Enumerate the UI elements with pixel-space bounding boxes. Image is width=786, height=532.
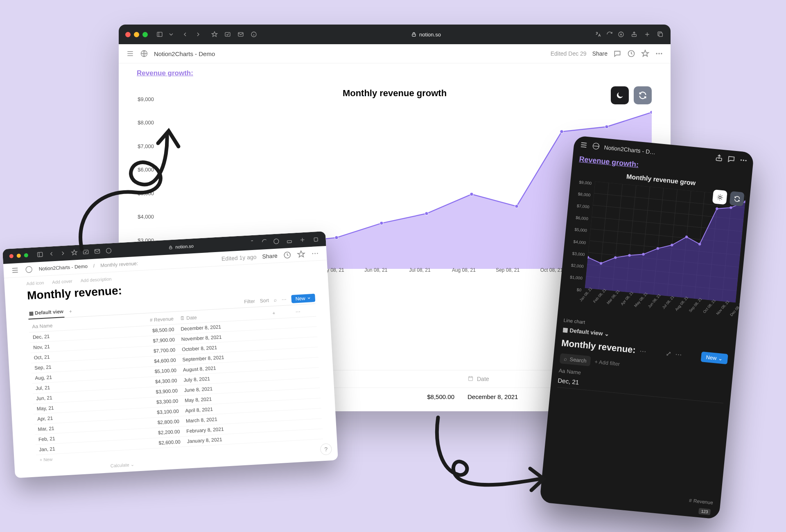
search-input[interactable]: ⌕ Search [560,353,591,366]
col-more-icon[interactable]: ⋯ [292,306,316,318]
sidebar-toggle-icon[interactable] [156,31,163,38]
tabs-icon[interactable] [657,31,664,38]
add-filter-button[interactable]: + Add filter [594,358,620,367]
svg-point-19 [425,212,428,215]
sort-button[interactable]: Sort [260,298,269,304]
breadcrumb-2[interactable]: Monthly revenue: [100,261,138,268]
menu-icon[interactable] [11,266,19,275]
number-format-pill[interactable]: 123 [698,508,711,515]
comment-icon[interactable] [727,154,736,165]
url-host: notion.so [419,32,441,38]
more-icon[interactable] [739,156,748,166]
close-icon[interactable] [9,254,14,259]
svg-rect-1 [225,32,230,36]
edited-label: Edited 1y ago [221,253,257,262]
share-icon[interactable] [714,153,723,164]
back-icon[interactable] [181,31,189,38]
page-crumb-link[interactable]: Revenue growth: [137,68,193,79]
mobile-db-title[interactable]: Monthly revenue: [561,338,636,355]
svg-point-40 [314,253,316,254]
svg-point-10 [656,53,657,54]
forward-icon[interactable] [194,31,202,38]
new-button[interactable]: New [291,294,315,303]
svg-rect-29 [37,252,43,257]
revenue-table: Aa Name # Revenue 🗓 Date + ⋯ Dec, 21$8,5… [29,306,323,455]
svg-rect-33 [169,247,172,248]
add-description-button[interactable]: Add description [80,276,111,283]
close-icon[interactable] [125,32,131,37]
share-icon[interactable] [285,237,293,244]
menu-icon[interactable] [579,140,588,151]
mobile-chart: $9,000$8,000$7,000$6,000$5,000$4,000$3,0… [560,177,748,332]
svg-point-41 [317,253,318,254]
menu-icon[interactable] [126,50,134,58]
mobile-window: Notion2Charts - D… Revenue growth: Month… [540,135,754,519]
chevron-down-icon[interactable] [167,31,175,38]
svg-point-34 [274,239,279,244]
info-icon[interactable] [105,247,113,255]
svg-point-20 [470,193,473,196]
calendar-icon [468,375,474,383]
chart-title: Monthly revenue growth [135,88,654,99]
mobile-title[interactable]: Notion2Charts - D… [604,144,656,156]
download-icon[interactable] [272,237,280,245]
svg-point-11 [658,53,660,54]
history-icon[interactable] [283,251,291,259]
history-icon[interactable] [627,50,635,58]
more-icon[interactable] [311,249,319,258]
checkbox-icon[interactable] [224,31,231,38]
theme-toggle-button[interactable] [712,189,727,205]
more-icon[interactable]: ⋯ [281,297,287,303]
share-button[interactable]: Share [592,50,608,57]
breadcrumb-1[interactable]: Notion2Charts - Demo [38,264,88,272]
new-row-button[interactable]: + New [39,457,52,462]
svg-rect-43 [716,158,722,161]
new-button[interactable]: New ⌄ [701,352,728,364]
address-bar[interactable]: notion.so [262,32,590,38]
info-icon[interactable] [250,31,257,38]
address-bar[interactable]: notion.so [116,241,246,253]
svg-point-47 [718,196,721,198]
tab-default-view[interactable]: ▦ Default view [28,306,65,320]
back-icon[interactable] [47,250,55,258]
more-icon[interactable] [655,50,663,58]
svg-point-45 [743,159,744,161]
add-icon-button[interactable]: Add icon [26,280,44,286]
download-icon[interactable] [617,31,625,38]
tabs-icon[interactable] [312,235,319,243]
col-revenue[interactable]: # Revenue [689,498,714,506]
add-column-icon[interactable]: + [269,307,292,319]
star-icon[interactable] [297,250,305,259]
reload-icon[interactable] [606,31,613,38]
maximize-icon[interactable] [24,253,29,258]
translate-icon[interactable] [249,239,257,246]
svg-point-22 [560,130,563,133]
bookmark-icon[interactable] [211,31,218,38]
mail-icon[interactable] [93,248,101,255]
share-button[interactable]: Share [262,252,278,260]
calculate-button[interactable]: Calculate [110,462,129,469]
minimize-icon[interactable] [17,254,21,258]
page-title[interactable]: Notion2Charts - Demo [154,50,215,57]
refresh-chart-button[interactable] [730,191,745,206]
mail-icon[interactable] [237,31,244,38]
add-view-icon[interactable]: + [69,309,72,314]
new-tab-icon[interactable] [298,236,306,244]
add-cover-button[interactable]: Add cover [52,279,72,285]
maximize-icon[interactable] [142,32,148,37]
forward-icon[interactable] [59,249,67,257]
checkbox-icon[interactable] [82,248,90,256]
star-icon[interactable] [641,50,649,58]
translate-icon[interactable] [594,31,602,38]
new-tab-icon[interactable] [644,31,651,38]
minimize-icon[interactable] [134,32,139,37]
expand-icon[interactable]: ⤢ [665,349,671,357]
sidebar-toggle-icon[interactable] [36,250,44,258]
reload-icon[interactable] [261,238,269,246]
svg-point-21 [515,205,518,208]
filter-button[interactable]: Filter [244,298,255,304]
search-icon[interactable]: ⌕ [273,297,277,303]
bookmark-icon[interactable] [70,249,78,257]
share-icon[interactable] [630,31,638,38]
comment-icon[interactable] [613,50,621,58]
